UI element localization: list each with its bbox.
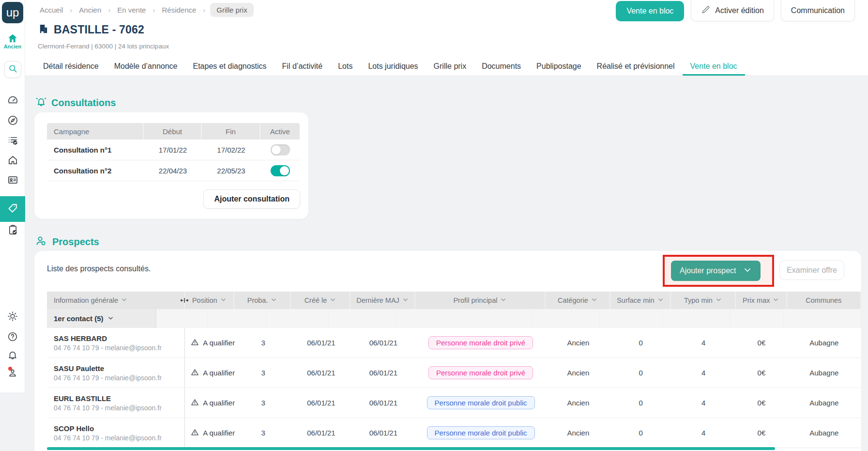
- prospect-row[interactable]: SAS HERBARD04 76 74 10 79 - melanie@ipso…: [47, 328, 861, 358]
- consultation-row[interactable]: Consultation n°2 22/04/23 22/05/23: [47, 160, 300, 181]
- prospect-communes: Aubagne: [787, 358, 861, 388]
- profil-badge: Personne morale droit privé: [428, 336, 533, 349]
- column-derniere-maj[interactable]: Dernière MAJ: [350, 292, 415, 309]
- tab-documents[interactable]: Documents: [474, 57, 529, 76]
- tab-lots-juridiques[interactable]: Lots juridiques: [360, 57, 426, 76]
- chevron-down-icon: [773, 296, 779, 304]
- communication-button[interactable]: Communication: [781, 0, 855, 21]
- sidebar-item-residences[interactable]: [0, 155, 25, 166]
- breadcrumb-accueil[interactable]: Accueil: [38, 3, 65, 17]
- prospects-heading-label: Prospects: [52, 236, 99, 248]
- vente-en-bloc-button[interactable]: Vente en bloc: [616, 1, 684, 21]
- pencil-icon: [701, 5, 711, 16]
- chevron-right-icon: ›: [108, 6, 110, 14]
- prospect-created: 06/01/21: [291, 388, 351, 418]
- column-debut[interactable]: Début: [144, 123, 202, 140]
- consultations-card: Campagne Début Fin Active Consultation n…: [34, 112, 308, 219]
- sidebar-item-ancien[interactable]: Ancien: [0, 34, 25, 49]
- profil-badge: Personne morale droit public: [427, 396, 535, 409]
- column-proba[interactable]: Proba.: [234, 292, 291, 309]
- tab-fil-activite[interactable]: Fil d’activité: [274, 57, 331, 76]
- tab-detail-residence[interactable]: Détail résidence: [35, 57, 107, 76]
- activer-edition-button[interactable]: Activer édition: [691, 0, 774, 21]
- chevron-right-icon: ›: [203, 6, 205, 14]
- breadcrumb-en-vente[interactable]: En vente: [115, 3, 148, 17]
- column-cree-le[interactable]: Créé le: [291, 292, 350, 309]
- prospect-created: 06/01/21: [291, 358, 351, 388]
- tab-modele-annonce[interactable]: Modèle d’annonce: [107, 57, 185, 76]
- app-logo[interactable]: up: [2, 2, 23, 23]
- sidebar-item-contacts[interactable]: [0, 174, 25, 186]
- checklist-icon: [7, 135, 18, 146]
- sidebar-item-settings[interactable]: [0, 311, 25, 322]
- column-categorie[interactable]: Catégorie: [546, 292, 610, 309]
- column-profil-principal[interactable]: Profil principal: [415, 292, 546, 309]
- profil-badge: Personne morale droit public: [427, 426, 535, 439]
- group-toggle[interactable]: 1er contact (5): [47, 309, 156, 328]
- group-row-filler: [156, 309, 861, 328]
- column-label: Profil principal: [453, 296, 497, 304]
- bell-icon: [7, 350, 18, 360]
- chevron-down-icon: [591, 296, 597, 304]
- column-typo-min[interactable]: Typo min: [671, 292, 736, 309]
- ajouter-prospect-label: Ajouter prospect: [680, 266, 736, 275]
- column-position[interactable]: Position: [185, 292, 234, 309]
- sidebar-item-help[interactable]: [0, 331, 25, 342]
- active-toggle[interactable]: [271, 165, 290, 176]
- tab-vente-en-bloc[interactable]: Vente en bloc: [683, 57, 745, 76]
- column-label: Catégorie: [558, 296, 588, 304]
- sidebar-item-vente-active[interactable]: [0, 196, 25, 222]
- prospect-position: A qualifier: [203, 369, 235, 377]
- speedometer-icon: [7, 95, 18, 106]
- column-surface-min[interactable]: Surface min: [610, 292, 671, 309]
- chevron-down-icon: [402, 296, 409, 304]
- consultation-start: 17/01/22: [144, 146, 202, 154]
- ajouter-prospect-button[interactable]: Ajouter prospect: [671, 261, 761, 281]
- consultation-row[interactable]: Consultation n°1 17/01/22 17/02/22: [47, 140, 300, 160]
- column-fin[interactable]: Fin: [202, 123, 260, 140]
- tab-realise-previsionnel[interactable]: Réalisé et prévisionnel: [589, 57, 683, 76]
- prospect-company: SASU Paulette: [54, 364, 104, 373]
- building-icon: [38, 23, 49, 36]
- sidebar-item-dashboard[interactable]: [0, 95, 25, 106]
- prospect-contact: 04 76 74 10 79 - melanie@ipsoon.fr: [54, 434, 162, 442]
- tab-etapes-diagnostics[interactable]: Etapes et diagnostics: [185, 57, 274, 76]
- horizontal-scrollbar[interactable]: [47, 447, 775, 450]
- prospect-row[interactable]: SASU Paulette04 76 74 10 79 - melanie@ip…: [47, 358, 861, 388]
- breadcrumb-residence[interactable]: Résidence: [160, 3, 198, 17]
- search-button[interactable]: [4, 61, 21, 78]
- prospect-row[interactable]: EURL BASTILLE04 76 74 10 79 - melanie@ip…: [47, 388, 861, 418]
- prospect-communes: Aubagne: [787, 388, 861, 418]
- breadcrumb-grille-prix[interactable]: Grille prix: [210, 3, 253, 17]
- chevron-down-icon: [220, 296, 227, 304]
- prospect-row[interactable]: SCOP Hello04 76 74 10 79 - melanie@ipsoo…: [47, 418, 861, 448]
- active-toggle[interactable]: [271, 144, 290, 156]
- tab-grille-prix[interactable]: Grille prix: [426, 57, 474, 76]
- tab-publipostage[interactable]: Publipostage: [529, 57, 589, 76]
- prospect-contact: 04 76 74 10 79 - melanie@ipsoon.fr: [54, 374, 162, 382]
- sidebar-item-profile[interactable]: [0, 368, 25, 378]
- column-communes[interactable]: Communes: [787, 292, 861, 309]
- user-icon: [7, 368, 18, 378]
- prospects-heading: Prospects: [35, 235, 99, 249]
- column-active[interactable]: Active: [260, 123, 300, 140]
- column-campagne[interactable]: Campagne: [47, 123, 144, 140]
- sidebar-item-notifications[interactable]: [0, 350, 25, 360]
- ajouter-consultation-button[interactable]: Ajouter consultation: [203, 189, 300, 209]
- breadcrumb-ancien[interactable]: Ancien: [77, 3, 103, 17]
- column-label: Proba.: [247, 296, 268, 304]
- tag-icon: [7, 202, 18, 216]
- column-label: Information générale: [54, 296, 118, 304]
- column-label: Prix max: [743, 296, 770, 304]
- prospect-proba: 3: [235, 328, 291, 358]
- column-prix-max[interactable]: Prix max: [736, 292, 787, 309]
- column-resize-handle[interactable]: [180, 295, 189, 307]
- prospect-updated: 06/01/21: [351, 388, 416, 418]
- sidebar-item-tasks[interactable]: [0, 135, 25, 146]
- column-information-generale[interactable]: Information générale: [47, 292, 185, 309]
- prospects-subtitle: Liste des prospects consultés.: [47, 264, 151, 273]
- sidebar-item-explore[interactable]: [0, 115, 25, 126]
- sidebar-item-mandates[interactable]: [0, 224, 25, 235]
- examiner-offre-button[interactable]: Examiner offre: [779, 260, 844, 280]
- tab-lots[interactable]: Lots: [330, 57, 360, 76]
